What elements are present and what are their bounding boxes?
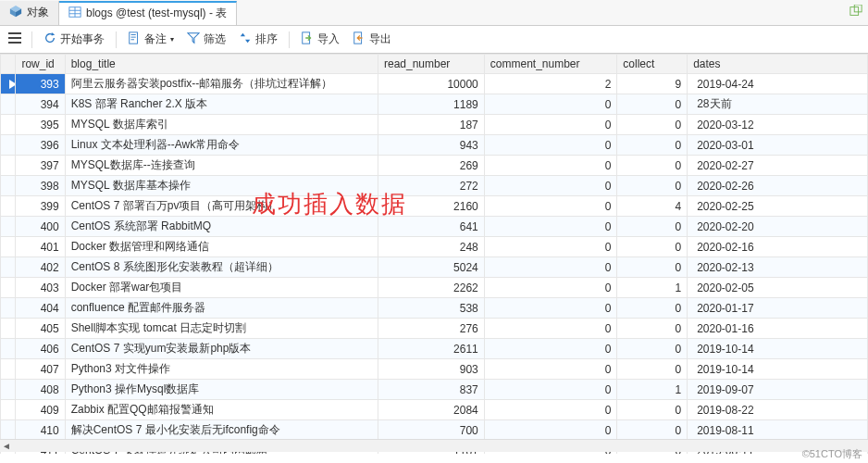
cell-read-number[interactable]: 700 [378, 420, 484, 441]
cell-blog-title[interactable]: CentOS 8 系统图形化安装教程（超详细） [65, 257, 378, 278]
cell-blog-title[interactable]: MYSQL数据库--连接查询 [65, 156, 378, 176]
import-button[interactable]: 导入 [295, 29, 345, 51]
cell-dates[interactable]: 2020-02-27 [688, 156, 868, 176]
cell-read-number[interactable]: 2084 [378, 400, 484, 420]
cell-collect[interactable]: 0 [617, 257, 688, 278]
cell-row-id[interactable]: 396 [16, 135, 65, 156]
table-row[interactable]: 394K8S 部署 Rancher 2.X 版本11890028天前 [1, 94, 868, 115]
table-row[interactable]: 393阿里云服务器安装postfix--邮箱服务（排坑过程详解）10000292… [1, 74, 868, 94]
cell-read-number[interactable]: 5024 [378, 257, 484, 278]
cell-row-id[interactable]: 410 [16, 420, 65, 441]
cell-read-number[interactable]: 187 [378, 115, 484, 135]
cell-row-id[interactable]: 400 [16, 217, 65, 237]
cell-read-number[interactable]: 269 [378, 156, 484, 176]
col-header-blog-title[interactable]: blog_title [65, 55, 378, 74]
memo-button[interactable]: 备注 ▾ [122, 29, 180, 51]
tab-table[interactable]: blogs @test (test-mysql) - 表 [59, 1, 237, 25]
cell-row-id[interactable]: 408 [16, 380, 65, 400]
cell-comment-number[interactable]: 0 [484, 115, 617, 135]
cell-collect[interactable]: 0 [617, 298, 688, 319]
table-row[interactable]: 408Python3 操作Mysql数据库837012019-09-07 [1, 380, 868, 400]
cell-comment-number[interactable]: 0 [484, 237, 617, 257]
cell-blog-title[interactable]: Linux 文本处理利器--Awk常用命令 [65, 135, 378, 156]
cell-comment-number[interactable]: 0 [484, 319, 617, 339]
table-row[interactable]: 399CentOS 7 部署百万pv项目（高可用架构）2160042020-02… [1, 196, 868, 217]
table-row[interactable]: 409Zabbix 配置QQ邮箱报警通知2084002019-08-22 [1, 400, 868, 420]
cell-dates[interactable]: 2020-03-01 [688, 135, 868, 156]
cell-blog-title[interactable]: Python3 操作Mysql数据库 [65, 380, 378, 400]
cell-collect[interactable]: 0 [617, 319, 688, 339]
cell-read-number[interactable]: 248 [378, 237, 484, 257]
cell-row-id[interactable]: 398 [16, 176, 65, 196]
table-row[interactable]: 403Docker 部署war包项目2262012020-02-05 [1, 278, 868, 298]
cell-blog-title[interactable]: Docker 数据管理和网络通信 [65, 237, 378, 257]
cell-comment-number[interactable]: 0 [484, 257, 617, 278]
cell-dates[interactable]: 2020-01-16 [688, 319, 868, 339]
cell-row-id[interactable]: 404 [16, 298, 65, 319]
table-row[interactable]: 395MYSQL 数据库索引187002020-03-12 [1, 115, 868, 135]
cell-comment-number[interactable]: 0 [484, 94, 617, 115]
cell-comment-number[interactable]: 0 [484, 196, 617, 217]
cell-blog-title[interactable]: Shell脚本实现 tomcat 日志定时切割 [65, 319, 378, 339]
table-row[interactable]: 397MYSQL数据库--连接查询269002020-02-27 [1, 156, 868, 176]
cell-blog-title[interactable]: Zabbix 配置QQ邮箱报警通知 [65, 400, 378, 420]
cell-read-number[interactable]: 943 [378, 135, 484, 156]
cell-comment-number[interactable]: 0 [484, 278, 617, 298]
cell-collect[interactable]: 0 [617, 217, 688, 237]
cell-dates[interactable]: 2020-02-05 [688, 278, 868, 298]
table-row[interactable]: 407Python3 对文件操作903002019-10-14 [1, 359, 868, 380]
cell-comment-number[interactable]: 0 [484, 380, 617, 400]
cell-collect[interactable]: 0 [617, 420, 688, 441]
cell-dates[interactable]: 28天前 [688, 94, 868, 115]
cell-blog-title[interactable]: CentOS 系统部署 RabbitMQ [65, 217, 378, 237]
cell-collect[interactable]: 4 [617, 196, 688, 217]
cell-read-number[interactable]: 276 [378, 319, 484, 339]
cell-comment-number[interactable]: 0 [484, 135, 617, 156]
table-row[interactable]: 398MYSQL 数据库基本操作272002020-02-26 [1, 176, 868, 196]
cell-collect[interactable]: 0 [617, 359, 688, 380]
cell-collect[interactable]: 1 [617, 380, 688, 400]
table-row[interactable]: 404confluence 配置邮件服务器538002020-01-17 [1, 298, 868, 319]
cell-read-number[interactable]: 10000 [378, 74, 484, 94]
col-header-row-id[interactable]: row_id [16, 55, 65, 74]
cell-comment-number[interactable]: 2 [484, 74, 617, 94]
cell-blog-title[interactable]: Python3 对文件操作 [65, 359, 378, 380]
data-grid[interactable]: row_id blog_title read_number comment_nu… [0, 54, 868, 454]
cell-collect[interactable]: 0 [617, 135, 688, 156]
cell-blog-title[interactable]: MYSQL 数据库索引 [65, 115, 378, 135]
cell-row-id[interactable]: 401 [16, 237, 65, 257]
table-row[interactable]: 405Shell脚本实现 tomcat 日志定时切割276002020-01-1… [1, 319, 868, 339]
cell-row-id[interactable]: 409 [16, 400, 65, 420]
col-header-comment-number[interactable]: comment_number [484, 55, 617, 74]
cell-comment-number[interactable]: 0 [484, 359, 617, 380]
cell-row-id[interactable]: 403 [16, 278, 65, 298]
cell-dates[interactable]: 2019-09-07 [688, 380, 868, 400]
cell-row-id[interactable]: 405 [16, 319, 65, 339]
cell-read-number[interactable]: 2611 [378, 339, 484, 359]
table-row[interactable]: 402CentOS 8 系统图形化安装教程（超详细）5024002020-02-… [1, 257, 868, 278]
table-row[interactable]: 410解决CentOS 7 最小化安装后无ifconfig命令700002019… [1, 420, 868, 441]
cell-comment-number[interactable]: 0 [484, 400, 617, 420]
cell-dates[interactable]: 2019-10-14 [688, 359, 868, 380]
sort-button[interactable]: 排序 [233, 29, 283, 51]
table-row[interactable]: 401Docker 数据管理和网络通信248002020-02-16 [1, 237, 868, 257]
cell-dates[interactable]: 2019-04-24 [688, 74, 868, 94]
cell-dates[interactable]: 2019-08-11 [688, 420, 868, 441]
cell-read-number[interactable]: 641 [378, 217, 484, 237]
cell-blog-title[interactable]: Docker 部署war包项目 [65, 278, 378, 298]
cell-blog-title[interactable]: CentOS 7 部署百万pv项目（高可用架构） [65, 196, 378, 217]
begin-transaction-button[interactable]: 开始事务 [38, 29, 110, 51]
cell-comment-number[interactable]: 0 [484, 298, 617, 319]
table-row[interactable]: 396Linux 文本处理利器--Awk常用命令943002020-03-01 [1, 135, 868, 156]
filter-button[interactable]: 筛选 [181, 29, 231, 51]
cell-read-number[interactable]: 1189 [378, 94, 484, 115]
cell-dates[interactable]: 2019-08-22 [688, 400, 868, 420]
cell-collect[interactable]: 0 [617, 237, 688, 257]
cell-dates[interactable]: 2020-02-16 [688, 237, 868, 257]
col-header-dates[interactable]: dates [688, 55, 868, 74]
cell-comment-number[interactable]: 0 [484, 217, 617, 237]
cell-dates[interactable]: 2020-01-17 [688, 298, 868, 319]
horizontal-scrollbar[interactable]: ◄ [0, 439, 868, 452]
cell-dates[interactable]: 2020-02-13 [688, 257, 868, 278]
cell-row-id[interactable]: 395 [16, 115, 65, 135]
